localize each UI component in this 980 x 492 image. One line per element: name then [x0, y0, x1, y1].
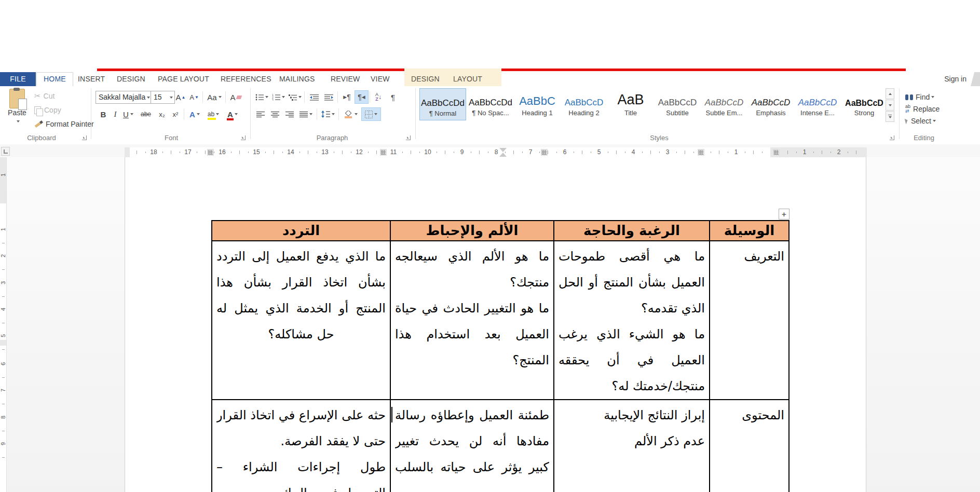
- styles-more-button[interactable]: [886, 111, 894, 122]
- align-center-button[interactable]: [269, 108, 281, 120]
- table-move-handle[interactable]: +: [779, 209, 790, 220]
- shrink-font-button[interactable]: A▼: [188, 91, 200, 103]
- align-left-button[interactable]: [254, 108, 267, 120]
- table-column-marker[interactable]: [380, 149, 387, 156]
- text-effects-button[interactable]: A: [187, 108, 202, 120]
- text-line: المنتج؟: [395, 347, 549, 373]
- shading-button[interactable]: [342, 108, 359, 120]
- underline-button[interactable]: U: [121, 108, 135, 120]
- horizontal-ruler[interactable]: 18171615141312111098765432112: [125, 147, 867, 157]
- tab-design[interactable]: DESIGN: [110, 72, 152, 86]
- font-size-combo[interactable]: 15: [151, 91, 175, 104]
- tab-mailings[interactable]: MAILINGS: [273, 72, 322, 86]
- superscript-button[interactable]: x²: [169, 108, 182, 120]
- style-intense-emphasis[interactable]: AaBbCcD Intense E...: [794, 88, 841, 120]
- borders-button[interactable]: [361, 107, 381, 121]
- font-name-combo[interactable]: Sakkal Majalla: [96, 91, 152, 104]
- cell-content-hesitation[interactable]: حثه على الإسراع في اتخاذ القرارحتى لا يف…: [212, 400, 390, 492]
- table-column-marker[interactable]: [698, 149, 704, 156]
- sort-z: Z: [375, 97, 378, 102]
- copy-button[interactable]: Copy: [34, 104, 61, 116]
- font-dialog-launcher[interactable]: [241, 135, 246, 140]
- tab-insert[interactable]: INSERT: [71, 72, 112, 86]
- tab-view[interactable]: VIEW: [364, 72, 397, 86]
- ltr-text-direction-button[interactable]: ▶¶: [341, 91, 353, 103]
- tab-page-layout[interactable]: PAGE LAYOUT: [151, 72, 216, 86]
- decrease-indent-button[interactable]: [307, 91, 321, 103]
- style-subtle-emphasis[interactable]: AaBbCcD Subtle Em...: [701, 88, 747, 120]
- italic-button[interactable]: I: [110, 108, 120, 120]
- style-no-spacing[interactable]: AaBbCcDd ¶ No Spac...: [467, 88, 514, 120]
- ruler-tick: [274, 151, 274, 154]
- style-normal[interactable]: AaBbCcDd ¶ Normal: [419, 88, 466, 120]
- table-column-marker[interactable]: [773, 149, 780, 156]
- header-cell-desire-need[interactable]: الرغبة والحاجة: [554, 221, 710, 241]
- row-label-content[interactable]: المحتوى: [710, 400, 789, 492]
- header-cell-hesitation[interactable]: التردد: [212, 221, 390, 241]
- cut-button[interactable]: ✂ Cut: [34, 90, 55, 102]
- cell-definition-hesitation[interactable]: ما الذي يدفع العميل إلى الترددبشأن اتخاذ…: [212, 241, 390, 400]
- bold-button[interactable]: B: [98, 108, 109, 120]
- tab-review[interactable]: REVIEW: [324, 72, 366, 86]
- increase-indent-button[interactable]: [322, 91, 335, 103]
- strikethrough-button[interactable]: abe: [138, 108, 154, 120]
- grow-font-button[interactable]: A▲: [174, 91, 187, 103]
- vertical-ruler[interactable]: 1123456789: [0, 157, 7, 492]
- style-label: Intense E...: [794, 109, 841, 117]
- cell-definition-pain[interactable]: ما هو الألم الذي سيعالجهمنتجك؟ما هو التغ…: [390, 241, 554, 400]
- highlight-color-button[interactable]: ab: [205, 108, 222, 120]
- font-color-button[interactable]: A: [224, 108, 241, 120]
- change-case-button[interactable]: Aa: [206, 91, 223, 103]
- styles-scroll-up[interactable]: [886, 88, 894, 99]
- table-column-marker[interactable]: [207, 149, 214, 156]
- style-heading-2[interactable]: AaBbCcD Heading 2: [561, 88, 607, 120]
- clear-formatting-button[interactable]: A: [228, 91, 243, 103]
- cell-definition-desire[interactable]: ما هي أقصى طموحاتالعميل بشأن المنتج أو ا…: [554, 241, 710, 400]
- tab-stop-selector[interactable]: [1, 147, 10, 156]
- numbering-button[interactable]: 123: [271, 91, 285, 103]
- ruler-number: 9: [460, 148, 464, 156]
- paragraph-dialog-launcher[interactable]: [406, 135, 411, 140]
- multilevel-list-button[interactable]: [288, 91, 302, 103]
- cell-content-pain[interactable]: طمئنة العميل وإعطاؤه رسالةمفادها أنه لن …: [390, 400, 554, 492]
- replace-button[interactable]: ab⇄ Replace: [905, 103, 940, 115]
- clipboard-dialog-launcher[interactable]: [82, 135, 87, 140]
- justify-button[interactable]: [298, 108, 314, 120]
- paste-button[interactable]: Paste: [3, 89, 31, 132]
- text-line: ما الذي يدفع العميل إلى التردد: [216, 243, 386, 269]
- tab-table-design[interactable]: DESIGN: [404, 72, 446, 86]
- subscript-button[interactable]: x₂: [156, 108, 168, 120]
- styles-dialog-launcher[interactable]: [890, 135, 894, 140]
- select-button[interactable]: Select: [905, 115, 936, 127]
- cell-content-desire[interactable]: إبراز النتائج الإيجابيةعدم ذكر الألم: [554, 400, 710, 492]
- line-spacing-button[interactable]: [320, 108, 336, 120]
- document-canvas[interactable]: 1123456789 الوسيلة الرغبة والحاجة الألم …: [0, 157, 980, 492]
- header-cell-pain-frustration[interactable]: الألم والإحباط: [390, 221, 554, 241]
- row-label-definition[interactable]: التعريف: [710, 241, 789, 400]
- header-cell-means[interactable]: الوسيلة: [710, 221, 789, 241]
- format-painter-label: Format Painter: [46, 120, 94, 128]
- sign-in-link[interactable]: Sign in: [944, 72, 967, 86]
- find-button[interactable]: Find: [905, 91, 934, 103]
- styles-scroll-down[interactable]: [886, 100, 894, 111]
- tab-table-layout[interactable]: LAYOUT: [446, 72, 489, 86]
- style-strong[interactable]: AaBbCcD Strong: [841, 88, 888, 120]
- tab-references[interactable]: REFERENCES: [214, 72, 278, 86]
- tab-file[interactable]: FILE: [0, 72, 36, 86]
- show-paragraph-marks-button[interactable]: ¶: [387, 91, 399, 103]
- content-table[interactable]: الوسيلة الرغبة والحاجة الألم والإحباط ال…: [211, 220, 790, 492]
- align-right-button[interactable]: [283, 108, 296, 120]
- bullets-button[interactable]: [254, 91, 269, 103]
- style-heading-1[interactable]: AaBbC Heading 1: [514, 88, 561, 120]
- tab-home[interactable]: HOME: [36, 72, 73, 87]
- sort-button[interactable]: A Z ↓: [372, 91, 385, 103]
- style-emphasis[interactable]: AaBbCcD Emphasis: [747, 88, 794, 120]
- table-row: المحتوى إبراز النتائج الإيجابيةعدم ذكر ا…: [212, 400, 789, 492]
- table-column-marker[interactable]: [541, 149, 548, 156]
- rtl-text-direction-button[interactable]: ¶◀: [355, 90, 369, 104]
- ruler-number: 17: [184, 148, 191, 156]
- style-title[interactable]: AaB Title: [607, 88, 654, 120]
- style-subtitle[interactable]: AaBbCcD Subtitle: [654, 88, 701, 120]
- paste-dropdown-arrow[interactable]: [17, 120, 20, 122]
- format-painter-button[interactable]: Format Painter: [34, 118, 94, 130]
